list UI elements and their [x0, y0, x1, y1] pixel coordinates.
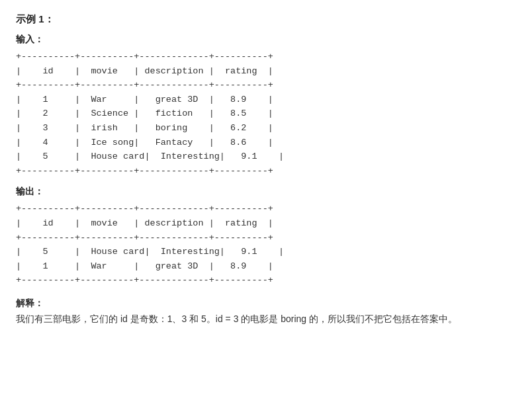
explanation-text: 我们有三部电影，它们的 id 是奇数：1、3 和 5。id = 3 的电影是 b… — [16, 314, 457, 324]
example-section: 示例 1： 输入： +----------+----------+-------… — [16, 13, 516, 327]
input-table: +----------+----------+-------------+---… — [16, 50, 516, 178]
example-label: 示例 1： — [16, 13, 516, 26]
explanation-label: 解释： — [16, 298, 44, 308]
explanation-section: 解释： 我们有三部电影，它们的 id 是奇数：1、3 和 5。id = 3 的电… — [16, 296, 516, 327]
output-section: 输出： +----------+----------+-------------… — [16, 186, 516, 288]
output-table: +----------+----------+-------------+---… — [16, 202, 516, 288]
input-label: 输入： — [16, 34, 516, 46]
output-label: 输出： — [16, 186, 516, 198]
input-section: 输入： +----------+----------+-------------… — [16, 34, 516, 178]
